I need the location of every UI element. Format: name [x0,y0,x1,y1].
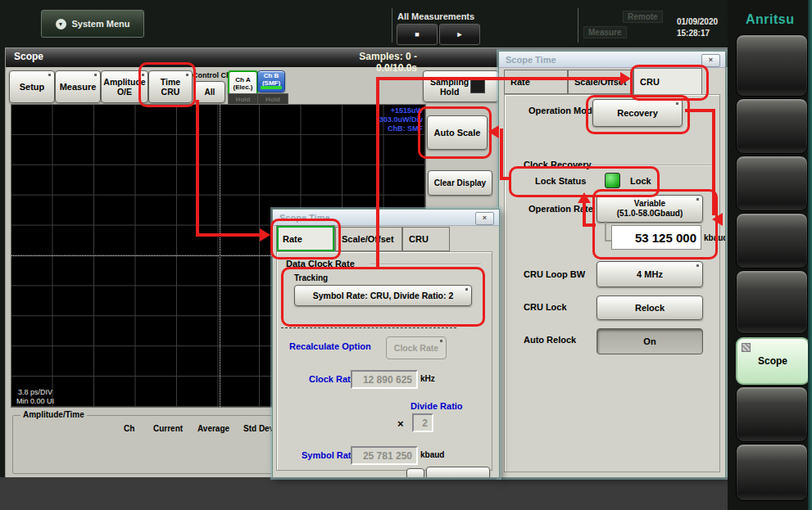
window-title: Scope [14,51,43,62]
col-average: Average [197,424,229,433]
tab-scale-offset[interactable]: Scale/Offset [335,227,402,251]
time-label: 15:28:17 [677,29,710,38]
cru-lock-label: CRU Lock [524,302,567,312]
annotation-line [376,77,379,269]
function-key-button[interactable] [736,444,808,501]
col-ch: Ch [124,424,134,433]
symbol-rate-label: Symbol Rate [302,450,356,460]
divider [392,8,392,43]
samples-status: Samples: 0 - 0.0/10.0s [317,51,417,74]
date-label: 01/09/2020 [677,17,718,26]
instrument-screen: ▼ System Menu All Measurements ■ ► Measu… [0,0,812,510]
annotation-box-rate-tab [270,219,341,260]
function-key-button[interactable] [736,34,808,97]
multiply-sign: × [397,417,404,430]
col-current: Current [153,424,183,433]
bottom-strip [0,477,728,510]
annotation-line [376,77,622,80]
divider [370,264,481,265]
stop-measurements-button[interactable]: ■ [397,24,438,45]
dashed-divider [281,327,456,328]
measure-button[interactable]: Measure [55,70,101,103]
col-stddev: Std Dev [243,424,274,433]
channel-b-hold-button[interactable]: Hold [257,93,288,105]
function-key-button[interactable] [736,98,808,154]
auto-relock-button[interactable]: On [597,328,703,354]
divide-ratio-field: 2 [412,413,433,432]
annotation-box-recovery [586,95,690,134]
auto-relock-label: Auto Relock [524,335,576,345]
cru-loop-bw-button[interactable]: 4 MHz [597,261,703,287]
sampling-hold-button[interactable]: Sampling Hold [423,70,499,102]
readout-scale: 303.0uW/Div [316,115,423,124]
cru-loop-bw-label: CRU Loop BW [524,269,585,279]
amplitude-time-group [12,415,274,474]
tab-cru[interactable]: CRU [402,227,450,251]
recalculate-option-label: Recalculate Option [289,341,371,351]
channel-a-hold-button[interactable]: Hold [228,93,258,105]
channel-a-button[interactable]: Ch A (Elec.) [228,70,258,96]
divider [578,8,578,43]
setup-button[interactable]: Setup [9,70,55,103]
menu-arrow-icon: ▼ [56,19,66,29]
channel-readout: +1515uW 303.0uW/Div ChB: SMF [316,106,423,133]
scope-key-label: Scope [758,355,787,367]
function-key-sidebar: Anritsu Scope [728,0,812,510]
bezel-edge [808,0,812,510]
clock-rate-label: Clock Rate [309,374,356,384]
anritsu-logo: Anritsu [746,12,795,27]
annotation-line [196,233,261,237]
annotation-arrow-to-rate-tab [260,228,270,241]
annotation-box-operation-rate [592,189,718,260]
function-key-button[interactable] [736,156,808,211]
annotation-arrow-to-auto-scale [488,125,499,138]
symbol-rate-unit: kbaud [420,450,444,459]
readout-channel: ChB: SMF [316,124,423,133]
system-menu-label: System Menu [72,19,130,29]
readout-power: +1515uW [316,106,423,115]
time-scale-label: 3.8 ps/DIV [18,388,52,396]
amplitude-time-title: Amplitude/Time [20,410,87,419]
function-key-button[interactable] [736,386,808,442]
clock-rate-field: 12 890 625 [351,370,418,389]
relock-button[interactable]: Relock [597,296,703,320]
annotation-arrow-to-lock-status [578,192,591,203]
symbol-rate-field: 25 781 250 [351,446,418,465]
annotation-line [500,129,503,180]
clock-rate-unit: kHz [420,374,435,383]
clipped-button[interactable] [426,467,490,478]
recalculate-clock-rate-button: Clock Rate [386,336,447,359]
min-ui-label: Min 0.00 UI [16,397,54,405]
channel-b-level-bar [261,86,282,89]
close-icon[interactable]: × [475,212,494,225]
stop-icon: ■ [415,30,419,38]
sampling-indicator [470,79,485,93]
clear-display-button[interactable]: Clear Display [428,170,492,196]
top-bar: ▼ System Menu All Measurements ■ ► Measu… [0,0,812,47]
measure-indicator: Measure [583,26,627,38]
tab-rate[interactable]: Rate [504,70,568,94]
annotation-box-time-cru [138,62,196,107]
start-measurements-button[interactable]: ► [439,24,480,45]
system-menu-button[interactable]: ▼ System Menu [41,10,144,38]
function-key-button[interactable] [736,270,808,334]
remote-indicator: Remote [623,11,663,23]
control-ch-label: Control Ch [193,71,231,79]
scope-function-key[interactable]: Scope [736,337,810,385]
function-key-button[interactable] [736,213,808,269]
divide-ratio-label: Divide Ratio [411,401,463,411]
play-icon: ► [456,30,464,38]
clipped-button[interactable] [406,468,424,478]
annotation-line [196,100,199,237]
annotation-box-tracking [281,267,485,327]
annotation-box-auto-scale [418,106,492,159]
channel-b-button[interactable]: Ch B (SMF) [257,70,285,93]
scope-app-icon [742,343,751,352]
all-measurements-label: All Measurements [397,11,474,21]
